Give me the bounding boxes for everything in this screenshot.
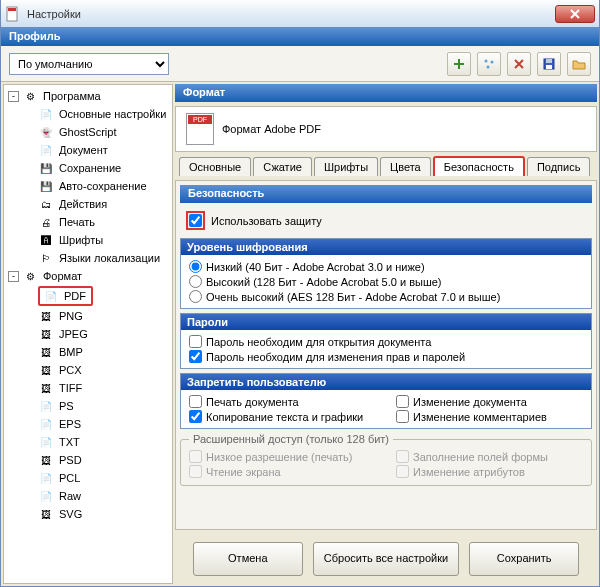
ps-icon: 📄 [38, 398, 54, 414]
document-icon: 📄 [38, 142, 54, 158]
footer-buttons: Отмена Сбросить все настройки Сохранить [175, 534, 597, 584]
deny-modify-label: Изменение документа [413, 396, 527, 408]
sparkle-icon [482, 57, 496, 71]
svg-point-2 [485, 59, 488, 62]
encryption-low-radio[interactable] [189, 260, 202, 273]
tree-node[interactable]: 📄PCL [4, 469, 172, 487]
tree-node[interactable]: 🖼SVG [4, 505, 172, 523]
raw-icon: 📄 [38, 488, 54, 504]
tab-signature[interactable]: Подпись [527, 157, 591, 176]
tab-security[interactable]: Безопасность [433, 156, 525, 176]
close-button[interactable] [555, 5, 595, 23]
tab-compression[interactable]: Сжатие [253, 157, 312, 176]
gear-icon: ⚙ [22, 268, 38, 284]
tree-node[interactable]: 📄Основные настройки [4, 105, 172, 123]
tree-node[interactable]: 💾Сохранение [4, 159, 172, 177]
encryption-low-label: Низкий (40 Бит - Adobe Acrobat 3.0 и ниж… [206, 261, 425, 273]
deny-copy-checkbox[interactable] [189, 410, 202, 423]
adv-form-label: Заполнение полей формы [413, 451, 548, 463]
deny-modify-checkbox[interactable] [396, 395, 409, 408]
reset-profile-button[interactable] [477, 52, 501, 76]
deny-comments-checkbox[interactable] [396, 410, 409, 423]
bmp-icon: 🖼 [38, 344, 54, 360]
tree-node[interactable]: 🖼TIFF [4, 379, 172, 397]
save-button[interactable]: Сохранить [469, 542, 579, 576]
tree-node[interactable]: 🅰Шрифты [4, 231, 172, 249]
tree-node[interactable]: 📄PS [4, 397, 172, 415]
adv-attrs-checkbox [396, 465, 409, 478]
security-header: Безопасность [180, 185, 592, 203]
jpeg-icon: 🖼 [38, 326, 54, 342]
deny-copy-label: Копирование текста и графики [206, 411, 363, 423]
use-protection-row: Использовать защиту [180, 207, 592, 234]
adv-attrs-label: Изменение атрибутов [413, 466, 525, 478]
adv-screen-checkbox [189, 465, 202, 478]
delete-profile-button[interactable] [507, 52, 531, 76]
pdf-icon: 📄 [43, 288, 59, 304]
printer-icon: 🖨 [38, 214, 54, 230]
add-profile-button[interactable] [447, 52, 471, 76]
reset-button[interactable]: Сбросить все настройки [313, 542, 459, 576]
password-perm-checkbox[interactable] [189, 350, 202, 363]
cancel-button[interactable]: Отмена [193, 542, 303, 576]
tree-node[interactable]: 🖼PNG [4, 307, 172, 325]
encryption-high-radio[interactable] [189, 275, 202, 288]
pdf-format-icon [186, 113, 214, 145]
tree-node[interactable]: 🖼PSD [4, 451, 172, 469]
tab-colors[interactable]: Цвета [380, 157, 431, 176]
floppy-icon: 💾 [38, 160, 54, 176]
tree-node-program[interactable]: -⚙Программа [4, 87, 172, 105]
content-panel: Формат Формат Adobe PDF Основные Сжатие … [175, 84, 597, 584]
tab-fonts[interactable]: Шрифты [314, 157, 378, 176]
tree-node[interactable]: 🖨Печать [4, 213, 172, 231]
password-open-label: Пароль необходим для открытия документа [206, 336, 431, 348]
format-header: Формат [175, 84, 597, 102]
encryption-veryhigh-label: Очень высокий (AES 128 Бит - Adobe Acrob… [206, 291, 500, 303]
tree-node[interactable]: 🗂Действия [4, 195, 172, 213]
adv-lowres-checkbox [189, 450, 202, 463]
tree-node[interactable]: 👻GhostScript [4, 123, 172, 141]
cross-icon [512, 57, 526, 71]
password-perm-label: Пароль необходим для изменения прав и па… [206, 351, 465, 363]
deny-print-checkbox[interactable] [189, 395, 202, 408]
open-profile-button[interactable] [567, 52, 591, 76]
toolbar: По умолчанию [1, 46, 599, 82]
plus-icon [452, 57, 466, 71]
tree-node[interactable]: 📄Документ [4, 141, 172, 159]
actions-icon: 🗂 [38, 196, 54, 212]
profile-select[interactable]: По умолчанию [9, 53, 169, 75]
png-icon: 🖼 [38, 308, 54, 324]
passwords-header: Пароли [181, 314, 591, 330]
tree-node[interactable]: 📄Raw [4, 487, 172, 505]
passwords-section: Пароли Пароль необходим для открытия док… [180, 313, 592, 369]
format-description: Формат Adobe PDF [175, 106, 597, 152]
psd-icon: 🖼 [38, 452, 54, 468]
tab-general[interactable]: Основные [179, 157, 251, 176]
encryption-header: Уровень шифрования [181, 239, 591, 255]
tree-node[interactable]: 🏳Языки локализации [4, 249, 172, 267]
autosave-icon: 💾 [38, 178, 54, 194]
advanced-section: Расширенный доступ (только 128 бит) Низк… [180, 433, 592, 486]
program-icon: ⚙ [22, 88, 38, 104]
password-open-checkbox[interactable] [189, 335, 202, 348]
adv-form-checkbox [396, 450, 409, 463]
use-protection-checkbox[interactable] [189, 214, 202, 227]
svg-rect-6 [546, 59, 552, 63]
tree-node-pdf[interactable]: 📄PDF [4, 285, 172, 307]
tree-node[interactable]: 💾Авто-сохранение [4, 177, 172, 195]
pcl-icon: 📄 [38, 470, 54, 486]
tree-node[interactable]: 📄TXT [4, 433, 172, 451]
tree-node[interactable]: 🖼PCX [4, 361, 172, 379]
svg-point-4 [487, 65, 490, 68]
font-icon: 🅰 [38, 232, 54, 248]
window-title: Настройки [27, 8, 555, 20]
tree-node-format[interactable]: -⚙Формат [4, 267, 172, 285]
nav-tree[interactable]: -⚙Программа 📄Основные настройки 👻GhostSc… [3, 84, 173, 584]
encryption-veryhigh-radio[interactable] [189, 290, 202, 303]
app-icon [5, 6, 21, 22]
tree-node[interactable]: 🖼BMP [4, 343, 172, 361]
use-protection-label: Использовать защиту [211, 215, 322, 227]
tree-node[interactable]: 🖼JPEG [4, 325, 172, 343]
save-profile-button[interactable] [537, 52, 561, 76]
tree-node[interactable]: 📄EPS [4, 415, 172, 433]
